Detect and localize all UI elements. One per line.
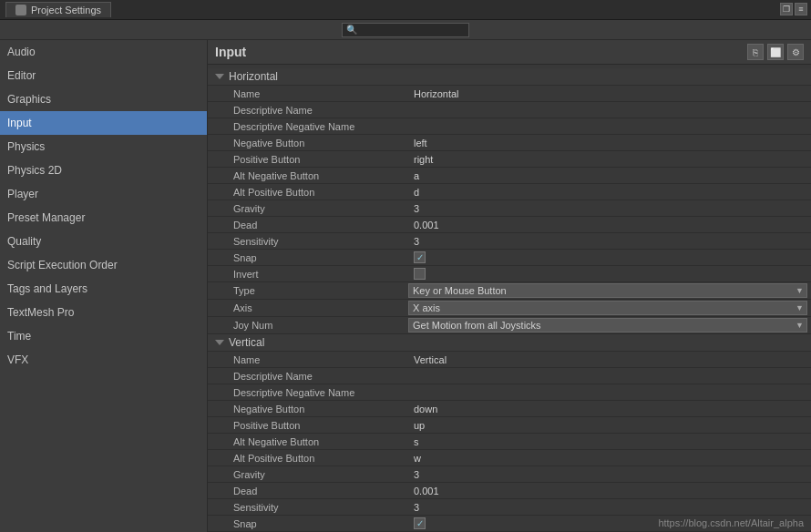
field-row-v-sensitivity: Sensitivity 3 bbox=[208, 499, 811, 516]
field-row-h-alt-neg-btn: Alt Negative Button a bbox=[208, 168, 811, 184]
field-row-h-name: Name Horizontal bbox=[208, 86, 811, 102]
field-value-v-alt-pos-btn: w bbox=[408, 451, 811, 466]
field-value-h-dead: 0.001 bbox=[408, 218, 811, 232]
field-dropdown-h-type: Key or Mouse Button Mouse Movement Joyst… bbox=[408, 282, 811, 299]
header-icons: ⎘ ⬜ ⚙ bbox=[747, 44, 804, 60]
sidebar-item-vfx[interactable]: VFX bbox=[0, 348, 207, 372]
sidebar-item-player[interactable]: Player bbox=[0, 182, 207, 206]
sidebar-item-editor[interactable]: Editor bbox=[0, 64, 207, 87]
field-row-h-invert: Invert bbox=[208, 266, 811, 282]
field-label-v-alt-neg-btn: Alt Negative Button bbox=[208, 435, 408, 449]
field-label-h-axis: Axis bbox=[208, 301, 408, 315]
field-row-h-joy-num: Joy Num Get Motion from all Joysticks Jo… bbox=[208, 317, 811, 334]
sidebar-item-input[interactable]: Input bbox=[0, 111, 207, 135]
sidebar: Audio Editor Graphics Input Physics Phys… bbox=[0, 40, 208, 532]
field-row-h-snap: Snap bbox=[208, 250, 811, 266]
field-label-v-desc-name: Descriptive Name bbox=[208, 369, 408, 384]
field-label-v-pos-btn: Positive Button bbox=[208, 418, 408, 433]
field-label-h-alt-neg-btn: Alt Negative Button bbox=[208, 169, 408, 183]
field-label-v-desc-neg-name: Descriptive Negative Name bbox=[208, 385, 408, 400]
field-dropdown-h-joy-num: Get Motion from all Joysticks Joystick 1… bbox=[408, 317, 811, 333]
field-value-v-desc-neg-name bbox=[408, 391, 811, 394]
field-row-v-gravity: Gravity 3 bbox=[208, 466, 811, 483]
snap-checkbox[interactable] bbox=[414, 251, 426, 263]
sidebar-item-preset-manager[interactable]: Preset Manager bbox=[0, 206, 207, 230]
sidebar-item-time[interactable]: Time bbox=[0, 324, 207, 348]
field-value-v-name: Vertical bbox=[408, 353, 811, 367]
field-value-h-alt-neg-btn: a bbox=[408, 169, 811, 183]
field-label-h-desc-neg-name: Descriptive Negative Name bbox=[208, 119, 408, 134]
sidebar-item-textmesh-pro[interactable]: TextMesh Pro bbox=[0, 301, 207, 324]
sidebar-item-physics2d[interactable]: Physics 2D bbox=[0, 159, 207, 182]
field-label-v-gravity: Gravity bbox=[208, 467, 408, 482]
sidebar-item-physics[interactable]: Physics bbox=[0, 135, 207, 159]
field-label-h-alt-pos-btn: Alt Positive Button bbox=[208, 185, 408, 200]
field-value-v-pos-btn: up bbox=[408, 418, 811, 433]
field-row-v-desc-neg-name: Descriptive Negative Name bbox=[208, 384, 811, 401]
sidebar-item-tags-and-layers[interactable]: Tags and Layers bbox=[0, 277, 207, 301]
restore-button[interactable]: ❐ bbox=[780, 3, 793, 15]
field-row-h-dead: Dead 0.001 bbox=[208, 217, 811, 233]
field-dropdown-h-axis: X axis Y axis Z axis ▼ bbox=[408, 300, 811, 316]
field-label-v-name: Name bbox=[208, 353, 408, 367]
sidebar-item-graphics[interactable]: Graphics bbox=[0, 87, 207, 111]
field-checkbox-h-invert bbox=[408, 266, 811, 281]
field-label-h-type: Type bbox=[208, 283, 408, 298]
field-value-h-gravity: 3 bbox=[408, 201, 811, 216]
field-label-h-pos-btn: Positive Button bbox=[208, 152, 408, 167]
copy-icon-button[interactable]: ⎘ bbox=[747, 44, 764, 60]
horizontal-section-title: Horizontal bbox=[229, 70, 278, 83]
field-label-h-invert: Invert bbox=[208, 267, 408, 281]
field-row-h-desc-neg-name: Descriptive Negative Name bbox=[208, 118, 811, 135]
field-row-h-pos-btn: Positive Button right bbox=[208, 151, 811, 168]
field-value-h-desc-name bbox=[408, 108, 811, 112]
sidebar-item-script-execution[interactable]: Script Execution Order bbox=[0, 253, 207, 277]
field-value-h-pos-btn: right bbox=[408, 152, 811, 167]
v-snap-checkbox[interactable] bbox=[414, 517, 426, 529]
menu-button[interactable]: ≡ bbox=[795, 3, 807, 15]
field-row-v-neg-btn: Negative Button down bbox=[208, 401, 811, 417]
field-value-v-desc-name bbox=[408, 374, 811, 378]
joy-num-dropdown[interactable]: Get Motion from all Joysticks Joystick 1… bbox=[408, 318, 807, 332]
field-row-v-pos-btn: Positive Button up bbox=[208, 417, 811, 434]
field-value-h-desc-neg-name bbox=[408, 125, 811, 128]
tab-label: Project Settings bbox=[31, 5, 101, 15]
field-label-v-neg-btn: Negative Button bbox=[208, 402, 408, 416]
expand-icon-button[interactable]: ⬜ bbox=[767, 44, 784, 60]
field-row-v-desc-name: Descriptive Name bbox=[208, 368, 811, 384]
field-value-h-sensitivity: 3 bbox=[408, 234, 811, 249]
field-label-v-alt-pos-btn: Alt Positive Button bbox=[208, 451, 408, 466]
sidebar-item-quality[interactable]: Quality bbox=[0, 230, 207, 253]
field-label-h-dead: Dead bbox=[208, 218, 408, 232]
field-value-v-neg-btn: down bbox=[408, 402, 811, 416]
field-label-h-desc-name: Descriptive Name bbox=[208, 103, 408, 118]
field-row-h-type: Type Key or Mouse Button Mouse Movement … bbox=[208, 282, 811, 300]
horizontal-section-header[interactable]: Horizontal bbox=[208, 68, 811, 86]
triangle-vertical-icon bbox=[215, 340, 224, 345]
field-label-h-snap: Snap bbox=[208, 251, 408, 265]
invert-checkbox[interactable] bbox=[414, 268, 426, 280]
field-row-h-alt-pos-btn: Alt Positive Button d bbox=[208, 184, 811, 200]
settings-icon bbox=[15, 5, 26, 15]
search-wrapper: 🔍 bbox=[342, 23, 469, 37]
main-layout: Audio Editor Graphics Input Physics Phys… bbox=[0, 40, 811, 532]
field-row-h-neg-btn: Negative Button left bbox=[208, 135, 811, 151]
title-bar: Project Settings ❐ ≡ bbox=[0, 0, 811, 20]
settings-icon-button[interactable]: ⚙ bbox=[787, 44, 804, 60]
watermark: https://blog.csdn.net/Altair_alpha bbox=[658, 517, 804, 528]
field-value-v-sensitivity: 3 bbox=[408, 500, 811, 515]
field-label-h-sensitivity: Sensitivity bbox=[208, 234, 408, 249]
type-dropdown[interactable]: Key or Mouse Button Mouse Movement Joyst… bbox=[408, 283, 807, 298]
field-row-h-desc-name: Descriptive Name bbox=[208, 102, 811, 118]
vertical-section-header[interactable]: Vertical bbox=[208, 334, 811, 352]
field-value-h-name: Horizontal bbox=[408, 87, 811, 101]
input-tree: Horizontal Name Horizontal Descriptive N… bbox=[208, 65, 811, 532]
sidebar-item-audio[interactable]: Audio bbox=[0, 40, 207, 64]
search-input[interactable] bbox=[360, 25, 465, 35]
field-label-h-joy-num: Joy Num bbox=[208, 318, 408, 332]
field-label-h-neg-btn: Negative Button bbox=[208, 136, 408, 150]
field-label-v-dead: Dead bbox=[208, 484, 408, 498]
axis-dropdown[interactable]: X axis Y axis Z axis bbox=[408, 301, 807, 315]
title-tab[interactable]: Project Settings bbox=[5, 2, 111, 17]
field-value-v-dead: 0.001 bbox=[408, 484, 811, 498]
